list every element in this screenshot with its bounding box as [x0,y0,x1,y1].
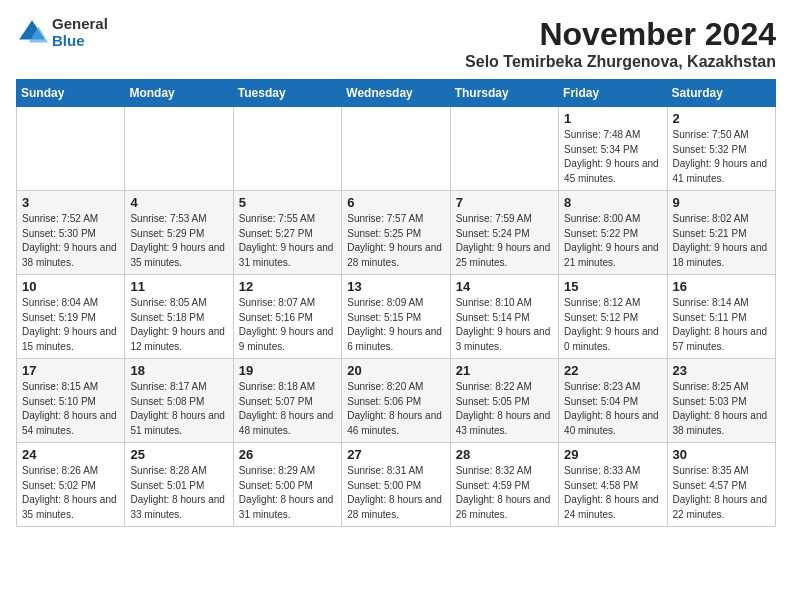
calendar-header-friday: Friday [559,80,667,107]
day-number: 27 [347,447,444,462]
day-info: Sunrise: 8:14 AM Sunset: 5:11 PM Dayligh… [673,296,770,354]
month-title: November 2024 [465,16,776,53]
day-info: Sunrise: 7:53 AM Sunset: 5:29 PM Dayligh… [130,212,227,270]
day-info: Sunrise: 8:12 AM Sunset: 5:12 PM Dayligh… [564,296,661,354]
calendar-week-row: 3Sunrise: 7:52 AM Sunset: 5:30 PM Daylig… [17,191,776,275]
calendar-cell: 13Sunrise: 8:09 AM Sunset: 5:15 PM Dayli… [342,275,450,359]
day-info: Sunrise: 7:59 AM Sunset: 5:24 PM Dayligh… [456,212,553,270]
day-info: Sunrise: 8:07 AM Sunset: 5:16 PM Dayligh… [239,296,336,354]
calendar-cell: 24Sunrise: 8:26 AM Sunset: 5:02 PM Dayli… [17,443,125,527]
calendar-cell: 11Sunrise: 8:05 AM Sunset: 5:18 PM Dayli… [125,275,233,359]
calendar-cell: 5Sunrise: 7:55 AM Sunset: 5:27 PM Daylig… [233,191,341,275]
day-number: 17 [22,363,119,378]
calendar-week-row: 10Sunrise: 8:04 AM Sunset: 5:19 PM Dayli… [17,275,776,359]
day-number: 10 [22,279,119,294]
calendar-cell: 25Sunrise: 8:28 AM Sunset: 5:01 PM Dayli… [125,443,233,527]
calendar-cell: 2Sunrise: 7:50 AM Sunset: 5:32 PM Daylig… [667,107,775,191]
day-info: Sunrise: 8:15 AM Sunset: 5:10 PM Dayligh… [22,380,119,438]
day-number: 29 [564,447,661,462]
calendar-cell [17,107,125,191]
day-number: 21 [456,363,553,378]
calendar-header-row: SundayMondayTuesdayWednesdayThursdayFrid… [17,80,776,107]
day-info: Sunrise: 8:05 AM Sunset: 5:18 PM Dayligh… [130,296,227,354]
calendar-cell: 21Sunrise: 8:22 AM Sunset: 5:05 PM Dayli… [450,359,558,443]
calendar-cell: 20Sunrise: 8:20 AM Sunset: 5:06 PM Dayli… [342,359,450,443]
calendar-cell: 1Sunrise: 7:48 AM Sunset: 5:34 PM Daylig… [559,107,667,191]
calendar-table: SundayMondayTuesdayWednesdayThursdayFrid… [16,79,776,527]
logo-general-text: General [52,16,108,33]
day-number: 22 [564,363,661,378]
calendar-cell [450,107,558,191]
day-info: Sunrise: 8:32 AM Sunset: 4:59 PM Dayligh… [456,464,553,522]
calendar-cell [342,107,450,191]
day-number: 9 [673,195,770,210]
calendar-week-row: 24Sunrise: 8:26 AM Sunset: 5:02 PM Dayli… [17,443,776,527]
logo-icon [16,17,48,49]
day-number: 13 [347,279,444,294]
calendar-cell: 12Sunrise: 8:07 AM Sunset: 5:16 PM Dayli… [233,275,341,359]
day-info: Sunrise: 8:00 AM Sunset: 5:22 PM Dayligh… [564,212,661,270]
calendar-cell: 17Sunrise: 8:15 AM Sunset: 5:10 PM Dayli… [17,359,125,443]
calendar-cell: 14Sunrise: 8:10 AM Sunset: 5:14 PM Dayli… [450,275,558,359]
title-block: November 2024 Selo Temirbeka Zhurgenova,… [465,16,776,71]
calendar-cell: 29Sunrise: 8:33 AM Sunset: 4:58 PM Dayli… [559,443,667,527]
day-info: Sunrise: 8:33 AM Sunset: 4:58 PM Dayligh… [564,464,661,522]
day-number: 12 [239,279,336,294]
day-info: Sunrise: 8:22 AM Sunset: 5:05 PM Dayligh… [456,380,553,438]
calendar-cell: 30Sunrise: 8:35 AM Sunset: 4:57 PM Dayli… [667,443,775,527]
day-number: 26 [239,447,336,462]
calendar-cell: 8Sunrise: 8:00 AM Sunset: 5:22 PM Daylig… [559,191,667,275]
day-number: 15 [564,279,661,294]
day-info: Sunrise: 8:28 AM Sunset: 5:01 PM Dayligh… [130,464,227,522]
calendar-cell: 10Sunrise: 8:04 AM Sunset: 5:19 PM Dayli… [17,275,125,359]
day-info: Sunrise: 7:55 AM Sunset: 5:27 PM Dayligh… [239,212,336,270]
calendar-cell: 9Sunrise: 8:02 AM Sunset: 5:21 PM Daylig… [667,191,775,275]
day-number: 2 [673,111,770,126]
calendar-cell: 16Sunrise: 8:14 AM Sunset: 5:11 PM Dayli… [667,275,775,359]
logo-blue-text: Blue [52,33,108,50]
day-info: Sunrise: 8:09 AM Sunset: 5:15 PM Dayligh… [347,296,444,354]
calendar-cell: 4Sunrise: 7:53 AM Sunset: 5:29 PM Daylig… [125,191,233,275]
day-info: Sunrise: 8:17 AM Sunset: 5:08 PM Dayligh… [130,380,227,438]
day-number: 24 [22,447,119,462]
calendar-cell: 27Sunrise: 8:31 AM Sunset: 5:00 PM Dayli… [342,443,450,527]
day-info: Sunrise: 8:04 AM Sunset: 5:19 PM Dayligh… [22,296,119,354]
day-number: 3 [22,195,119,210]
day-number: 7 [456,195,553,210]
calendar-header-tuesday: Tuesday [233,80,341,107]
day-number: 11 [130,279,227,294]
calendar-header-saturday: Saturday [667,80,775,107]
day-number: 20 [347,363,444,378]
day-info: Sunrise: 7:52 AM Sunset: 5:30 PM Dayligh… [22,212,119,270]
calendar-header-sunday: Sunday [17,80,125,107]
location-title: Selo Temirbeka Zhurgenova, Kazakhstan [465,53,776,71]
calendar-cell: 6Sunrise: 7:57 AM Sunset: 5:25 PM Daylig… [342,191,450,275]
calendar-cell: 7Sunrise: 7:59 AM Sunset: 5:24 PM Daylig… [450,191,558,275]
day-info: Sunrise: 8:29 AM Sunset: 5:00 PM Dayligh… [239,464,336,522]
calendar-cell [125,107,233,191]
day-info: Sunrise: 8:02 AM Sunset: 5:21 PM Dayligh… [673,212,770,270]
day-number: 8 [564,195,661,210]
calendar-cell: 28Sunrise: 8:32 AM Sunset: 4:59 PM Dayli… [450,443,558,527]
calendar-week-row: 17Sunrise: 8:15 AM Sunset: 5:10 PM Dayli… [17,359,776,443]
day-info: Sunrise: 8:35 AM Sunset: 4:57 PM Dayligh… [673,464,770,522]
day-info: Sunrise: 7:48 AM Sunset: 5:34 PM Dayligh… [564,128,661,186]
calendar-cell: 19Sunrise: 8:18 AM Sunset: 5:07 PM Dayli… [233,359,341,443]
day-number: 18 [130,363,227,378]
day-number: 19 [239,363,336,378]
logo: General Blue [16,16,108,49]
day-info: Sunrise: 8:10 AM Sunset: 5:14 PM Dayligh… [456,296,553,354]
calendar-week-row: 1Sunrise: 7:48 AM Sunset: 5:34 PM Daylig… [17,107,776,191]
day-number: 16 [673,279,770,294]
day-info: Sunrise: 8:26 AM Sunset: 5:02 PM Dayligh… [22,464,119,522]
day-info: Sunrise: 7:50 AM Sunset: 5:32 PM Dayligh… [673,128,770,186]
day-info: Sunrise: 7:57 AM Sunset: 5:25 PM Dayligh… [347,212,444,270]
day-info: Sunrise: 8:20 AM Sunset: 5:06 PM Dayligh… [347,380,444,438]
day-number: 25 [130,447,227,462]
calendar-header-wednesday: Wednesday [342,80,450,107]
day-info: Sunrise: 8:31 AM Sunset: 5:00 PM Dayligh… [347,464,444,522]
page-header: General Blue November 2024 Selo Temirbek… [16,16,776,71]
day-number: 6 [347,195,444,210]
day-number: 1 [564,111,661,126]
calendar-cell: 18Sunrise: 8:17 AM Sunset: 5:08 PM Dayli… [125,359,233,443]
